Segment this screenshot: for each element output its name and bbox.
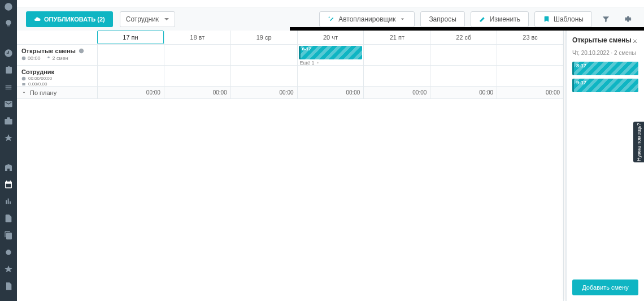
day-header[interactable]: 18 вт [164,31,230,44]
shift-cell[interactable] [230,66,297,86]
shift-cell[interactable] [363,66,430,86]
close-button[interactable] [632,37,638,44]
shift-cell[interactable] [97,66,164,86]
list-icon[interactable] [4,83,13,92]
side-panel: Открытые смены Чт, 20.10.2022 · 2 смены … [565,31,644,301]
shift-cell[interactable] [97,45,164,65]
day-header[interactable]: 17 пн [97,31,164,44]
employee-row: Сотрудник 00:00/00:00 0.00/0.00 [17,66,563,87]
svg-point-4 [22,76,26,80]
open-shifts-title: Открытые смены [21,48,93,54]
money-small-icon [21,82,26,87]
open-shifts-row: Открытые смены 00:00 2 смен 8-17 Ещё 1 [17,45,563,66]
publish-button[interactable]: ОПУБЛИКОВАТЬ (2) [26,11,113,27]
day-header[interactable]: 20 чт [297,31,364,44]
clock-small-icon [21,76,26,81]
doc-icon[interactable] [4,282,13,291]
copy-icon[interactable] [4,231,13,240]
filter-button[interactable] [598,11,613,27]
clock-small-icon [21,56,26,61]
wand-icon [328,15,335,23]
plan-cell: 00:00 [363,87,430,98]
side-panel-title: Открытые смены [572,36,632,44]
groupby-dropdown[interactable]: Сотрудник [120,11,175,27]
close-icon [632,38,638,45]
chart-icon[interactable] [4,197,13,206]
file-icon[interactable] [4,214,13,223]
plan-cell: 00:00 [230,87,297,98]
day-header[interactable]: 23 вс [497,31,563,44]
help-tab[interactable]: Нужна помощь? [633,122,644,162]
bookmark-icon [543,15,550,23]
person-small-icon [46,56,51,61]
publish-label: ОПУБЛИКОВАТЬ (2) [44,16,105,23]
templates-button[interactable]: Шаблоны [534,11,592,27]
clock-badge-icon[interactable] [4,2,13,11]
clipboard-icon[interactable] [4,66,13,75]
gear-icon [623,15,632,23]
building-icon[interactable] [4,163,13,172]
star2-icon[interactable] [4,265,13,274]
shift-cell[interactable] [297,66,364,86]
side-panel-date: Чт, 20.10.2022 · 2 смены [567,50,644,56]
plan-cell: 00:00 [97,87,164,98]
mail-icon[interactable] [4,100,13,109]
shift-cell[interactable] [430,45,497,65]
svg-point-3 [22,57,26,61]
filter-icon [602,15,610,23]
shift-cell[interactable] [230,45,297,65]
clock-icon[interactable] [4,49,13,58]
star-icon[interactable] [4,134,13,143]
lightbulb-icon[interactable] [4,19,13,28]
plan-row: По плану 00:00 00:00 00:00 00:00 00:00 0… [17,87,563,99]
shift-cell[interactable]: 8-17 Ещё 1 [297,45,364,65]
edit-button[interactable]: Изменить [471,11,529,27]
schedule-grid: 17 пн 18 вт 19 ср 20 чт 21 пт 22 сб 23 в… [17,31,564,301]
shift-cell[interactable] [430,66,497,86]
shift-cell[interactable] [497,66,563,86]
shift-cell[interactable] [497,45,563,65]
info-icon[interactable] [79,48,84,54]
plan-title: По плану [30,89,56,96]
settings-button[interactable] [619,11,635,27]
side-panel-shift[interactable]: 9-17 [572,79,638,92]
shift-cell[interactable] [164,45,230,65]
svg-point-2 [79,49,84,53]
chevron-right-icon [316,61,320,64]
day-header[interactable]: 22 сб [430,31,497,44]
work-icon[interactable] [4,117,13,126]
more-shifts-link[interactable]: Ещё 1 [300,60,320,66]
add-shift-button[interactable]: Добавить смену [572,280,638,295]
shift-cell[interactable] [164,66,230,86]
side-panel-shift[interactable]: 8-17 [572,62,638,75]
plan-cell: 00:00 [497,87,563,98]
svg-point-0 [5,3,12,10]
chevron-down-icon[interactable] [21,90,27,95]
pencil-icon [479,15,486,23]
requests-button[interactable]: Запросы [420,11,464,27]
left-nav-rail [0,0,17,301]
plan-cell: 00:00 [297,87,364,98]
day-header-row: 17 пн 18 вт 19 ср 20 чт 21 пт 22 сб 23 в… [17,31,563,45]
shift-block[interactable]: 8-17 [299,46,363,59]
plan-cell: 00:00 [164,87,230,98]
day-header[interactable]: 21 пт [363,31,430,44]
day-header[interactable]: 19 ср [230,31,297,44]
plan-cell: 00:00 [430,87,497,98]
calendar-icon[interactable] [4,180,13,189]
employee-name: Сотрудник [21,68,93,75]
shift-cell[interactable] [363,45,430,65]
svg-point-1 [6,250,11,255]
cloud-icon [34,16,41,23]
autoplanner-button[interactable]: Автопланировщик [319,11,415,27]
chevron-down-icon [399,15,406,23]
watch-icon[interactable] [4,248,13,257]
svg-rect-5 [22,83,25,85]
